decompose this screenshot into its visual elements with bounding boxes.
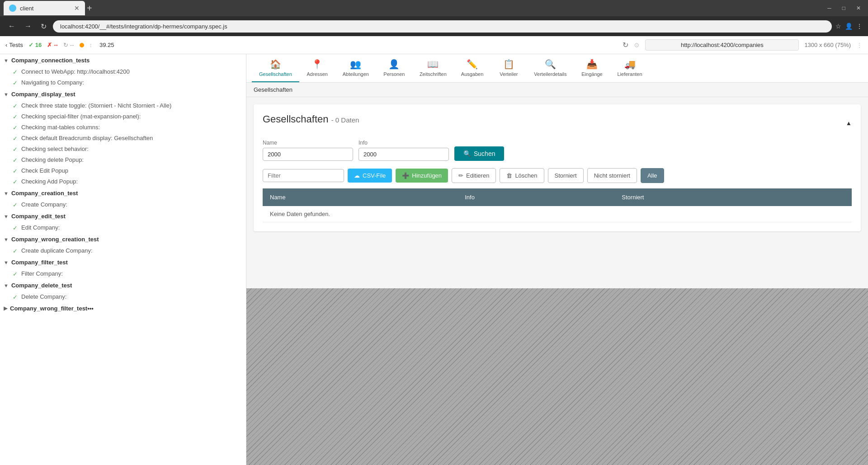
- nav-item-lieferanten[interactable]: 🚚 Lieferanten: [610, 54, 650, 82]
- add-button[interactable]: ➕ Hinzufügen: [396, 169, 448, 183]
- tests-back-link[interactable]: ‹ Tests: [5, 42, 23, 48]
- test-item-label: Connect to WebApp: http://localhost:4200: [21, 68, 130, 75]
- test-group-header-company_edit_test[interactable]: ▼ Company_edit_test: [0, 210, 246, 222]
- nav-item-adressen[interactable]: 📍 Adressen: [299, 54, 335, 82]
- test-item[interactable]: ✓ Checking Add Popup:: [0, 176, 246, 187]
- check-icon: ✓: [13, 248, 18, 254]
- table-header-row: Name Info Storniert: [263, 188, 852, 206]
- reload-button[interactable]: ↻: [38, 21, 49, 32]
- test-item[interactable]: ✓ Edit Company:: [0, 222, 246, 233]
- test-group-company_wrong_creation_test: ▼ Company_wrong_creation_test✓ Create du…: [0, 233, 246, 256]
- nav-label-personen: Personen: [383, 71, 405, 77]
- nav-icon-verteiler: 📋: [503, 59, 514, 70]
- filter-input[interactable]: [263, 169, 344, 182]
- tab-favicon: [9, 5, 16, 12]
- test-group-header-company_delete_test[interactable]: ▼ Company_delete_test: [0, 279, 246, 291]
- nav-item-zeitschriften[interactable]: 📖 Zeitschriften: [412, 54, 454, 82]
- alle-button[interactable]: Alle: [641, 168, 664, 183]
- test-item[interactable]: ✓ Check default Breadcrumb display: Gese…: [0, 133, 246, 144]
- settings-icon[interactable]: ⚙: [634, 42, 640, 49]
- test-item[interactable]: ✓ Navigating to Company:: [0, 77, 246, 88]
- edit-button[interactable]: ✏ Editieren: [452, 168, 496, 183]
- test-group-header-company_connection_tests[interactable]: ▼ Company_connection_tests: [0, 54, 246, 66]
- test-item[interactable]: ✓ Checking special-filter (mat-expansion…: [0, 111, 246, 122]
- test-time: 39.25: [99, 42, 114, 48]
- info-filter-input[interactable]: [359, 148, 449, 161]
- pending-icon: ↻: [63, 42, 68, 48]
- csv-button-label: CSV-File: [363, 172, 386, 179]
- col-storniert-header: Storniert: [614, 188, 852, 206]
- test-group-header-company_creation_test[interactable]: ▼ Company_creation_test: [0, 187, 246, 199]
- test-item[interactable]: ✓ Check Edit Popup: [0, 165, 246, 176]
- maximize-button[interactable]: □: [839, 3, 849, 13]
- back-button[interactable]: ←: [5, 21, 18, 31]
- edit-icon: ✏: [458, 172, 463, 179]
- more-options-icon[interactable]: ⋮: [856, 42, 863, 49]
- search-button[interactable]: 🔍 Suchen: [454, 146, 504, 161]
- nicht-storniert-label: Nicht storniert: [594, 172, 630, 179]
- group-label: Company_connection_tests: [11, 57, 90, 64]
- name-filter-input[interactable]: [263, 148, 353, 161]
- test-group-company_creation_test: ▼ Company_creation_test✓ Create Company:: [0, 187, 246, 210]
- test-item[interactable]: ✓ Filter Company:: [0, 268, 246, 279]
- collapse-button[interactable]: ▲: [846, 120, 852, 127]
- test-item-label: Check default Breadcrumb display: Gesell…: [21, 135, 153, 141]
- check-icon: ✓: [13, 69, 18, 75]
- nav-item-verteiler[interactable]: 📋 Verteiler: [491, 54, 527, 82]
- check-icon: ✓: [13, 146, 18, 153]
- nav-item-personen[interactable]: 👤 Personen: [376, 54, 412, 82]
- test-item[interactable]: ✓ Checking mat-tables columns:: [0, 122, 246, 133]
- nav-label-verteiler: Verteiler: [500, 71, 518, 77]
- csv-button[interactable]: ☁ CSV-File: [348, 169, 392, 183]
- test-group-header-company_wrong_creation_test[interactable]: ▼ Company_wrong_creation_test: [0, 233, 246, 245]
- test-group-header-company_filter_test[interactable]: ▼ Company_filter_test: [0, 256, 246, 268]
- fail-x-icon: ✗: [47, 42, 52, 48]
- test-item[interactable]: ✓ Checking delete Popup:: [0, 155, 246, 165]
- profile-icon[interactable]: 👤: [845, 23, 853, 30]
- fail-count: ✗ --: [47, 42, 58, 48]
- nav-label-eingange: Eingänge: [581, 71, 603, 77]
- menu-icon[interactable]: ⋮: [856, 23, 863, 30]
- active-tab[interactable]: client ✕: [4, 1, 85, 15]
- tab-close-button[interactable]: ✕: [74, 5, 80, 12]
- delete-button[interactable]: 🗑 Löschen: [500, 168, 544, 183]
- test-item[interactable]: ✓ Checking select behavior:: [0, 144, 246, 155]
- chevron-icon: ▼: [4, 92, 9, 97]
- forward-button[interactable]: →: [22, 21, 34, 31]
- nav-item-gesellschaften[interactable]: 🏠 Gesellschaften: [252, 54, 299, 82]
- new-tab-button[interactable]: +: [87, 4, 92, 13]
- nav-item-verteilerdetails[interactable]: 🔍 Verteilerdetails: [527, 54, 574, 82]
- nav-item-ausgaben[interactable]: ✏️ Ausgaben: [454, 54, 491, 82]
- check-icon: ✓: [13, 80, 18, 86]
- card-count: - 0 Daten: [331, 116, 359, 124]
- test-item[interactable]: ✓ Check three state toggle: (Storniert -…: [0, 100, 246, 111]
- chevron-icon: ▼: [4, 58, 9, 63]
- nav-item-eingange[interactable]: 📥 Eingänge: [574, 54, 610, 82]
- app-url-input[interactable]: [645, 39, 799, 51]
- nav-icon-ausgaben: ✏️: [467, 59, 478, 70]
- bookmark-icon[interactable]: ☆: [835, 23, 841, 30]
- browser-window: client ✕ + ─ □ ✕ ← → ↻ ☆ 👤 ⋮: [0, 0, 868, 36]
- chevron-icon: ▼: [4, 191, 9, 196]
- minimize-button[interactable]: ─: [824, 3, 835, 13]
- nav-icon-eingange: 📥: [586, 59, 598, 70]
- test-item-label: Checking special-filter (mat-expansion-p…: [21, 113, 141, 120]
- check-icon: ✓: [13, 135, 18, 142]
- test-item-label: Check Edit Popup: [21, 167, 68, 174]
- storniert-button[interactable]: Storniert: [548, 168, 584, 183]
- test-refresh-button[interactable]: ↻: [623, 41, 628, 49]
- test-item[interactable]: ✓ Create duplicate Company:: [0, 245, 246, 256]
- dot-icon: [80, 43, 84, 47]
- test-item[interactable]: ✓ Connect to WebApp: http://localhost:42…: [0, 66, 246, 77]
- test-group-header-company_wrong_filter_test[interactable]: ▶ Company_wrong_filter_test•••: [0, 302, 246, 315]
- check-icon: ✓: [13, 294, 18, 301]
- nav-item-abteilungen[interactable]: 👥 Abteilungen: [335, 54, 376, 82]
- close-window-button[interactable]: ✕: [853, 3, 864, 13]
- nicht-storniert-button[interactable]: Nicht storniert: [587, 168, 637, 183]
- test-panel: ▼ Company_connection_tests✓ Connect to W…: [0, 54, 246, 465]
- test-group-header-company_display_test[interactable]: ▼ Company_display_test: [0, 88, 246, 100]
- address-input[interactable]: [53, 20, 832, 33]
- card-title: Gesellschaften - 0 Daten: [263, 113, 359, 125]
- test-item[interactable]: ✓ Create Company:: [0, 199, 246, 210]
- test-item[interactable]: ✓ Delete Company:: [0, 291, 246, 302]
